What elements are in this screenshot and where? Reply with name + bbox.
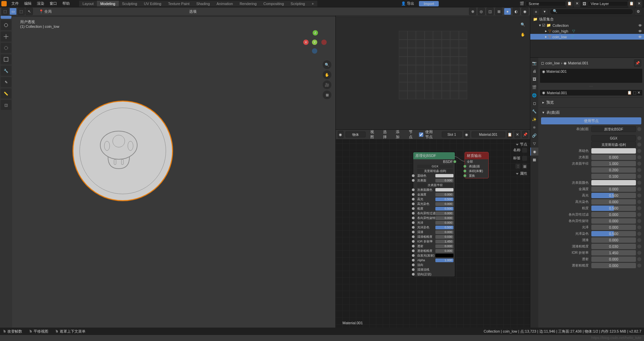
output-all-label[interactable]: 全部 <box>467 160 473 164</box>
sidebar-btn1[interactable]: ⋮ <box>515 164 521 169</box>
gizmo-y[interactable]: Y <box>312 40 317 45</box>
prop-link-icon[interactable] <box>637 155 641 159</box>
bsdf-slider[interactable]: 1.450 <box>435 240 453 243</box>
prop-link-icon[interactable] <box>637 168 641 172</box>
measure-tool[interactable]: 📏 <box>1 89 11 99</box>
bsdf-input-socket[interactable] <box>412 249 415 252</box>
material-slot-list[interactable]: ◉ Material.001 <box>540 68 643 83</box>
outliner-search[interactable]: 🔍 <box>550 9 633 15</box>
coin-mesh[interactable] <box>72 101 173 201</box>
preview-panel-header[interactable]: ▸ 预览 <box>540 99 643 106</box>
prop-value-slider[interactable]: 0.000 <box>591 237 636 243</box>
prop-link-icon[interactable] <box>637 244 641 248</box>
prop-link-icon[interactable] <box>637 206 641 210</box>
sidebar-btn2[interactable]: ⊞ <box>522 164 527 169</box>
scene-del-icon[interactable]: ✕ <box>573 0 581 7</box>
prop-link-icon[interactable] <box>637 181 641 185</box>
bsdf-input-socket[interactable] <box>412 174 415 177</box>
scene-selector[interactable]: Scene <box>526 1 566 6</box>
xray-icon[interactable]: ◫ <box>486 8 494 15</box>
output-node-title[interactable]: 材质输出 <box>465 152 488 159</box>
prop-tab-output[interactable]: 🖨 <box>530 67 538 75</box>
outliner-type-icon[interactable]: ≡ <box>532 8 540 15</box>
shader-node-editor[interactable]: ◉ 物体 视图 选择 添加 节点 使用节点 Slot 1 ◉ Material.… <box>335 130 530 328</box>
bsdf-input-socket[interactable] <box>412 240 415 243</box>
bsdf-input-socket[interactable] <box>412 264 415 266</box>
prop-value-slider[interactable]: 0.000 <box>591 225 636 230</box>
prop-link-icon[interactable] <box>637 200 641 204</box>
bsdf-input-socket[interactable] <box>412 226 415 229</box>
zoom-icon[interactable]: 🔍 <box>323 60 331 69</box>
prop-tab-constraint[interactable]: 🔗 <box>530 131 538 139</box>
color-swatch[interactable] <box>591 148 636 154</box>
bsdf-slider[interactable]: 1.000 <box>435 259 453 262</box>
prop-tab-render[interactable]: 📷 <box>530 59 538 67</box>
bsdf-input-socket[interactable] <box>412 188 415 191</box>
prop-tab-modifier[interactable]: 🔧 <box>530 107 538 115</box>
prop-value-slider[interactable]: 0.000 <box>591 199 636 205</box>
overlay-toggle-icon[interactable]: ◎ <box>478 8 485 15</box>
bsdf-input-socket[interactable] <box>412 254 415 257</box>
rotate-tool[interactable] <box>1 43 11 53</box>
prop-link-icon[interactable] <box>637 257 641 261</box>
use-nodes-button[interactable]: 使用节点 <box>541 117 641 124</box>
export-button[interactable]: 👤 导出 <box>398 0 418 7</box>
prop-tab-object[interactable]: ◻ <box>530 99 538 107</box>
3d-viewport[interactable]: 🔧 ✎ 📏 ◫ ⬚ 物体模式 视图 选择 添加 物体 RetopoFlow 用户… <box>0 7 335 328</box>
prop-value-slider[interactable]: 0.000 <box>591 155 636 160</box>
node-pin-icon[interactable]: 📌 <box>522 131 528 138</box>
dist-link-icon[interactable] <box>637 136 641 140</box>
bsdf-slider[interactable]: 0.000 <box>435 193 453 196</box>
bsdf-slider[interactable]: 0.500 <box>435 226 453 229</box>
output-surface-socket[interactable] <box>464 165 466 168</box>
output-disp-socket[interactable] <box>464 174 466 177</box>
prop-link-icon[interactable] <box>637 225 641 229</box>
prop-tab-physics[interactable]: ⚛ <box>530 123 538 131</box>
prop-value-slider[interactable]: 0.500 <box>591 231 636 236</box>
color-swatch[interactable] <box>591 180 636 185</box>
select-box-icon[interactable]: ▭ <box>9 8 17 15</box>
prop-value-slider[interactable]: 0.000 <box>591 212 636 217</box>
node-node-menu[interactable]: 节点 <box>406 129 417 140</box>
orientation-dropdown[interactable]: 全局 <box>44 9 52 14</box>
shading-rendered-icon[interactable]: ◉ <box>521 8 529 15</box>
node-view-menu[interactable]: 视图 <box>368 129 378 140</box>
node-editor-type-icon[interactable]: ◉ <box>338 131 343 138</box>
bsdf-input-socket[interactable] <box>412 203 415 205</box>
cursor-tool[interactable] <box>1 20 11 30</box>
prop-value-slider[interactable]: 0.000 <box>591 186 636 192</box>
bsdf-slider[interactable]: 0.000 <box>435 179 453 182</box>
editor-selector-icon[interactable]: ⬚ <box>1 8 9 15</box>
gizmo-neg-x[interactable] <box>321 40 327 45</box>
coin-high-row[interactable]: ▸ ▽ coin_high▽👁 <box>530 28 644 34</box>
bsdf-input-socket[interactable] <box>412 268 415 271</box>
bsdf-input-socket[interactable] <box>412 217 415 219</box>
camera-icon[interactable]: 🎥 <box>323 80 331 89</box>
prop-value-slider[interactable]: 0.100 <box>591 174 636 179</box>
bsdf-node-title[interactable]: 原理化BSDF <box>413 152 455 159</box>
shading-wireframe-icon[interactable]: ⊞ <box>495 8 502 15</box>
scale-tool[interactable] <box>1 54 11 64</box>
outliner-display-icon[interactable]: ▾ <box>541 8 548 15</box>
prop-link-icon[interactable] <box>637 232 641 236</box>
viewlayer-del-icon[interactable]: ✕ <box>635 0 643 7</box>
prop-value-slider[interactable]: 1.000 <box>591 161 636 166</box>
import-button[interactable]: Import <box>419 1 439 6</box>
prop-tab-texture[interactable]: ▦ <box>530 156 538 164</box>
shading-solid-icon[interactable]: ● <box>504 8 511 15</box>
node-mat-unlink-icon[interactable]: ✕ <box>515 131 520 138</box>
uv-pan-icon[interactable]: ✋ <box>519 30 527 39</box>
pan-icon[interactable]: ✋ <box>323 70 331 79</box>
bsdf-input-socket[interactable] <box>412 231 415 233</box>
material-name-field[interactable]: ◉ Material.001📋 ⬚ ✕ <box>540 90 643 96</box>
bsdf-input-socket[interactable] <box>412 179 415 182</box>
prop-link-icon[interactable] <box>637 187 641 191</box>
bsdf-input-socket[interactable] <box>412 245 415 247</box>
prop-tab-viewlayer[interactable]: 🖼 <box>530 75 538 83</box>
node-mode-dropdown[interactable]: 物体 <box>345 131 366 137</box>
gizmo-z[interactable]: Z <box>313 30 318 36</box>
bsdf-slider[interactable]: 0.000 <box>435 216 453 220</box>
slot-drag-handle[interactable]: ⋯ <box>540 84 643 89</box>
node-material-icon[interactable]: ◉ <box>464 131 470 138</box>
orientation-gizmo[interactable]: Z X Y <box>302 30 329 57</box>
